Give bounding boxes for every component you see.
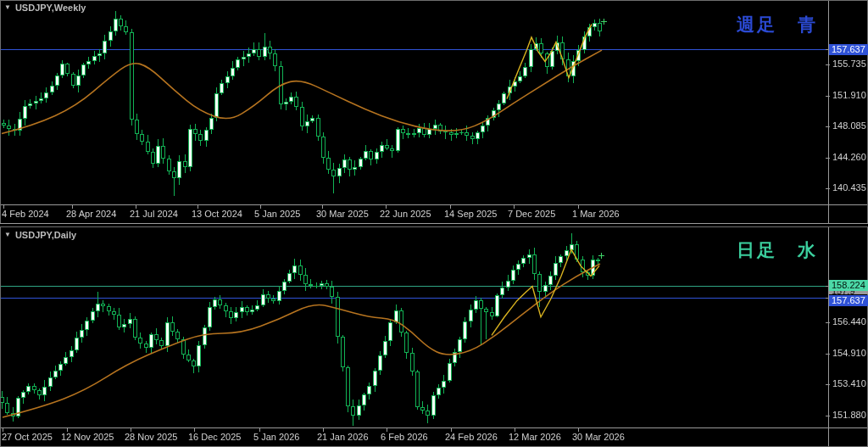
weekly-symbol-label: USDJPY,Weekly — [15, 3, 86, 13]
daily-chart-panel[interactable]: ▼ USDJPY,Daily 日足 水 156.440154.910153.41… — [0, 227, 868, 447]
price-axis-label: 154.910 — [832, 348, 866, 358]
date-axis-label: 16 Dec 2025 — [188, 432, 241, 442]
price-line-badge: 157.637 — [829, 44, 868, 55]
date-axis-label: 7 Dec 2025 — [508, 209, 555, 219]
price-axis-label: 156.440 — [832, 316, 866, 327]
date-axis-label: 4 Feb 2024 — [2, 209, 49, 219]
price-axis-label: 151.880 — [832, 410, 866, 420]
price-axis-label: 153.410 — [832, 378, 866, 388]
price-axis-label: 155.735 — [832, 59, 866, 69]
date-axis-label: 13 Oct 2024 — [192, 209, 242, 219]
daily-annotation-text: 日足 水 — [737, 238, 818, 262]
collapse-arrow-icon[interactable]: ▼ — [4, 231, 11, 239]
daily-symbol-label: USDJPY,Daily — [15, 230, 76, 240]
date-axis-label: 21 Jul 2024 — [130, 209, 178, 219]
daily-date-axis[interactable]: 27 Oct 202512 Nov 202528 Nov 202516 Dec … — [0, 430, 827, 444]
date-axis-label: 30 Mar 2025 — [316, 209, 369, 219]
date-axis-label: 27 Oct 2025 — [2, 432, 53, 442]
date-axis-label: 14 Sep 2025 — [444, 209, 497, 219]
daily-chart-title[interactable]: ▼ USDJPY,Daily — [4, 230, 76, 240]
price-line-badge: 157.637 — [829, 295, 868, 306]
date-axis-label: 5 Jan 2025 — [254, 209, 300, 219]
date-axis-label: 24 Feb 2026 — [445, 432, 498, 442]
date-axis-label: 5 Jan 2026 — [253, 432, 299, 442]
date-axis-label: 21 Jan 2026 — [317, 432, 369, 442]
price-axis-label: 140.435 — [832, 182, 866, 193]
date-axis-label: 12 Nov 2025 — [61, 432, 114, 442]
date-axis-label: 22 Jun 2025 — [380, 209, 431, 219]
date-axis-label: 28 Nov 2025 — [125, 432, 177, 442]
daily-price-axis[interactable]: 156.440154.910153.410151.880157.9158.224… — [829, 227, 868, 447]
price-axis-label: 148.085 — [832, 120, 866, 131]
terminal-workspace: ▼ USDJPY,Weekly 週足 青 155.735151.910148.0… — [0, 0, 868, 447]
date-axis-label: 1 Mar 2026 — [572, 209, 620, 219]
date-axis-label: 6 Feb 2026 — [381, 432, 428, 442]
price-axis-label: 151.910 — [832, 90, 866, 100]
price-axis-label: 144.260 — [832, 152, 866, 162]
weekly-annotation-text: 週足 青 — [737, 13, 818, 36]
date-axis-label: 12 Mar 2026 — [509, 432, 561, 442]
date-axis-label: 30 Mar 2026 — [572, 432, 625, 442]
weekly-chart-panel[interactable]: ▼ USDJPY,Weekly 週足 青 155.735151.910148.0… — [0, 0, 868, 222]
date-axis-label: 28 Apr 2024 — [66, 209, 116, 219]
weekly-price-axis[interactable]: 155.735151.910148.085144.260140.435157.6… — [829, 0, 868, 222]
collapse-arrow-icon[interactable]: ▼ — [4, 3, 11, 12]
weekly-chart-title[interactable]: ▼ USDJPY,Weekly — [4, 3, 86, 13]
weekly-date-axis[interactable]: 4 Feb 202428 Apr 202421 Jul 202413 Oct 2… — [0, 207, 827, 221]
price-line-badge: 158.224 — [829, 280, 868, 291]
